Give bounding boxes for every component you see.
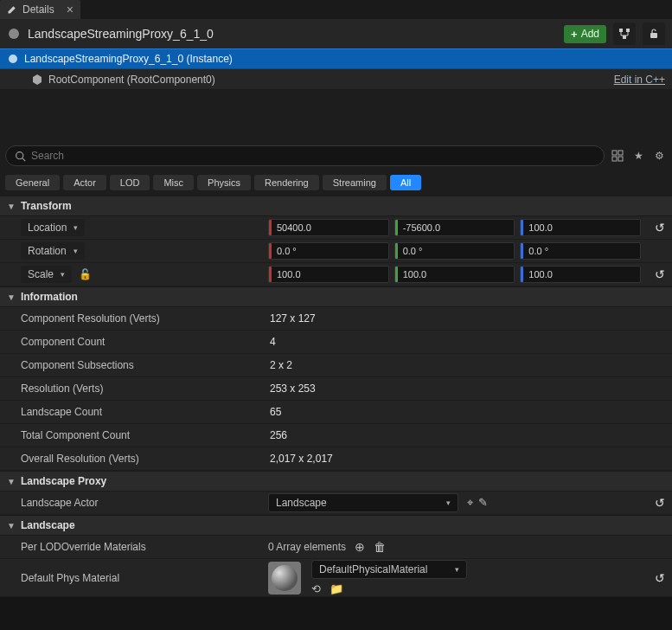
search-icon — [15, 151, 26, 162]
add-element-icon[interactable]: ⊕ — [355, 540, 365, 554]
prop-label: Overall Resolution (Verts) — [21, 453, 139, 465]
tab-bar: Details × — [0, 0, 672, 19]
chip-all[interactable]: All — [390, 175, 421, 190]
prop-label: Landscape Actor — [21, 497, 98, 509]
phys-mat-dropdown[interactable]: DefaultPhysicalMaterial ▾ — [311, 560, 467, 579]
collapse-icon: ▼ — [7, 292, 16, 302]
svg-rect-10 — [612, 157, 617, 161]
svg-rect-2 — [626, 29, 630, 32]
edit-icon — [7, 4, 17, 15]
row-comp-sub: Component Subsections 2 x 2 — [0, 354, 672, 377]
prop-label: Component Subsections — [21, 359, 134, 371]
object-name: LandscapeStreamingProxy_6_1_0 — [28, 27, 214, 41]
instance-header[interactable]: LandscapeStreamingProxy_6_1_0 (Instance) — [0, 48, 672, 69]
prop-value: 2 x 2 — [268, 359, 292, 371]
scale-y[interactable]: 100.0 — [394, 266, 515, 283]
section-transform[interactable]: ▼ Transform — [0, 196, 672, 216]
location-z[interactable]: 100.0 — [520, 219, 641, 236]
section-information[interactable]: ▼ Information — [0, 286, 672, 307]
phys-mat-value: DefaultPhysicalMaterial — [319, 563, 427, 575]
settings-icon[interactable]: ⚙ — [651, 148, 667, 164]
use-selected-icon[interactable]: ⟲ — [311, 582, 321, 595]
reset-icon[interactable]: ↺ — [655, 571, 665, 585]
root-component-row[interactable]: RootComponent (RootComponent0) Edit in C… — [0, 69, 672, 90]
chip-physics[interactable]: Physics — [197, 175, 251, 190]
rotation-label: Rotation — [28, 245, 67, 257]
scale-x[interactable]: 100.0 — [268, 266, 389, 283]
svg-line-7 — [22, 158, 25, 160]
browse-asset-icon[interactable]: 📁 — [330, 582, 343, 595]
section-landscape-proxy[interactable]: ▼ Landscape Proxy — [0, 471, 672, 492]
rotation-z[interactable]: 0.0 ° — [520, 242, 641, 260]
reset-icon[interactable]: ↺ — [655, 496, 665, 510]
reset-icon[interactable]: ↺ — [655, 221, 665, 235]
row-location: Location ▾ 50400.0 -75600.0 100.0 ↺ — [0, 216, 672, 240]
reset-icon[interactable]: ↺ — [655, 267, 665, 281]
location-mode-dropdown[interactable]: Location ▾ — [21, 219, 85, 236]
row-landscape-actor: Landscape Actor Landscape ▾ ⌖ ✎ ↺ — [0, 492, 672, 515]
row-scale: Scale ▾ 🔓 100.0 100.0 100.0 ↺ — [0, 263, 672, 286]
chip-actor[interactable]: Actor — [63, 175, 106, 190]
rotation-y[interactable]: 0.0 ° — [394, 242, 515, 260]
landscape-actor-dropdown[interactable]: Landscape ▾ — [268, 493, 458, 512]
pick-icon[interactable]: ⌖ — [467, 496, 473, 510]
prop-label: Landscape Count — [21, 406, 102, 418]
row-default-phys-mat: Default Phys Material DefaultPhysicalMat… — [0, 559, 672, 597]
chip-rendering[interactable]: Rendering — [254, 175, 319, 190]
lock-icon[interactable] — [643, 22, 665, 45]
prop-label: Per LODOverride Materials — [21, 541, 146, 553]
edit-cpp-link[interactable]: Edit in C++ — [614, 74, 672, 86]
tab-title: Details — [22, 3, 54, 16]
section-landscape[interactable]: ▼ Landscape — [0, 515, 672, 536]
prop-label: Component Resolution (Verts) — [21, 312, 160, 325]
chip-general[interactable]: General — [5, 175, 60, 190]
actor-icon — [7, 27, 21, 41]
collapse-icon: ▼ — [7, 477, 16, 486]
material-thumbnail[interactable] — [268, 562, 301, 595]
chip-lod[interactable]: LOD — [110, 175, 150, 190]
add-button[interactable]: + Add — [564, 25, 606, 43]
instance-label: LandscapeStreamingProxy_6_1_0 (Instance) — [24, 53, 233, 65]
location-y[interactable]: -75600.0 — [394, 219, 515, 236]
chip-streaming[interactable]: Streaming — [323, 175, 387, 190]
scale-z[interactable]: 100.0 — [520, 266, 641, 283]
actor-icon — [7, 53, 19, 65]
chevron-down-icon: ▾ — [446, 498, 451, 507]
svg-point-5 — [9, 55, 17, 63]
row-land-count: Landscape Count 65 — [0, 401, 672, 424]
prop-label: Resolution (Verts) — [21, 382, 103, 395]
tab-details[interactable]: Details × — [0, 0, 80, 19]
rotation-x[interactable]: 0.0 ° — [268, 242, 389, 260]
section-title: Landscape Proxy — [21, 475, 106, 487]
scale-lock-icon[interactable]: 🔓 — [79, 268, 92, 280]
row-comp-count: Component Count 4 — [0, 331, 672, 354]
search-row: ★ ⚙ — [0, 140, 672, 171]
hierarchy-icon[interactable] — [613, 22, 636, 45]
browse-icon[interactable]: ✎ — [478, 496, 488, 510]
collapse-icon: ▼ — [7, 521, 16, 530]
svg-point-6 — [16, 151, 23, 158]
prop-value: 65 — [268, 406, 281, 418]
plus-icon: + — [571, 28, 578, 41]
search-box[interactable] — [5, 145, 605, 166]
close-icon[interactable]: × — [67, 3, 74, 16]
chevron-down-icon: ▾ — [74, 247, 78, 255]
row-res: Resolution (Verts) 253 x 253 — [0, 377, 672, 401]
search-input[interactable] — [31, 150, 595, 162]
grid-icon[interactable] — [610, 148, 625, 164]
row-total-comp: Total Component Count 256 — [0, 424, 672, 447]
prop-value: 2,017 x 2,017 — [268, 453, 333, 465]
rotation-mode-dropdown[interactable]: Rotation ▾ — [21, 242, 85, 260]
section-title: Transform — [21, 200, 72, 212]
location-x[interactable]: 50400.0 — [268, 219, 389, 236]
star-icon[interactable]: ★ — [630, 148, 646, 164]
array-count: 0 Array elements — [268, 541, 346, 553]
scale-mode-dropdown[interactable]: Scale ▾ — [21, 266, 72, 283]
svg-rect-3 — [623, 35, 626, 39]
clear-array-icon[interactable]: 🗑 — [374, 540, 386, 554]
chip-misc[interactable]: Misc — [153, 175, 194, 190]
object-header: LandscapeStreamingProxy_6_1_0 + Add — [0, 19, 672, 48]
row-rotation: Rotation ▾ 0.0 ° 0.0 ° 0.0 ° — [0, 240, 672, 263]
location-label: Location — [28, 222, 67, 234]
add-label: Add — [581, 28, 599, 40]
